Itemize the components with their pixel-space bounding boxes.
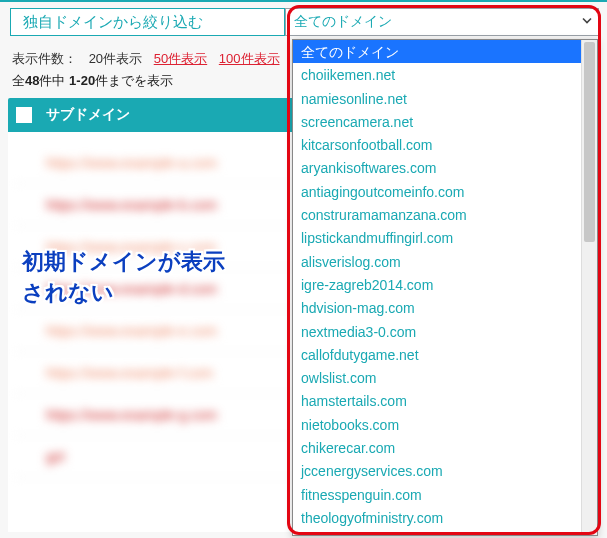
dropdown-option[interactable]: callofdutygame.net [293, 343, 597, 366]
dropdown-option[interactable]: namiesonline.net [293, 87, 597, 110]
dropdown-scrollbar[interactable] [581, 40, 597, 535]
display-count-50-link[interactable]: 50件表示 [154, 51, 207, 66]
dropdown-option[interactable]: screencamera.net [293, 110, 597, 133]
range-suffix: 件までを表示 [95, 73, 173, 88]
dropdown-option[interactable]: nietobooks.com [293, 413, 597, 436]
range-span: 1-20 [69, 73, 95, 88]
dropdown-option[interactable]: fitnesspenguin.com [293, 483, 597, 506]
display-count-20: 20件表示 [89, 51, 142, 66]
dropdown-option[interactable]: theologyofministry.com [293, 506, 597, 529]
select-all-checkbox[interactable] [16, 107, 32, 123]
filter-label: 独自ドメインから絞り込む [10, 8, 285, 36]
dropdown-option[interactable]: hamstertails.com [293, 389, 597, 412]
dropdown-option[interactable]: owlslist.com [293, 366, 597, 389]
dropdown-option[interactable]: lipstickandmuffingirl.com [293, 226, 597, 249]
display-count-100-link[interactable]: 100件表示 [219, 51, 280, 66]
column-subdomain: サブドメイン [46, 106, 130, 124]
range-prefix: 全 [12, 73, 25, 88]
dropdown-option[interactable]: jccenergyservices.com [293, 459, 597, 482]
dropdown-option[interactable]: aryankisoftwares.com [293, 156, 597, 179]
dropdown-option[interactable]: construramamanzana.com [293, 203, 597, 226]
dropdown-option[interactable]: chikerecar.com [293, 436, 597, 459]
dropdown-option[interactable]: kitcarsonfootball.com [293, 133, 597, 156]
dropdown-option[interactable]: igre-zagreb2014.com [293, 273, 597, 296]
dropdown-option[interactable]: nextmedia3-0.com [293, 320, 597, 343]
dropdown-option[interactable]: 全てのドメイン [293, 40, 597, 63]
dropdown-option[interactable]: hdvision-mag.com [293, 296, 597, 319]
display-count-label: 表示件数： [12, 51, 77, 66]
dropdown-option[interactable]: tkdive.com [293, 529, 597, 535]
dropdown-option[interactable]: choiikemen.net [293, 63, 597, 86]
range-total: 48 [25, 73, 39, 88]
domain-dropdown[interactable]: 全てのドメインchoiikemen.netnamiesonline.netscr… [292, 39, 598, 536]
dropdown-option[interactable]: alisverislog.com [293, 250, 597, 273]
domain-select-display[interactable]: 全てのドメイン [285, 8, 599, 36]
range-mid: 件中 [39, 73, 69, 88]
domain-select[interactable]: 全てのドメイン [285, 8, 599, 36]
dropdown-scroll-thumb[interactable] [584, 42, 595, 242]
dropdown-option[interactable]: antiagingoutcomeinfo.com [293, 180, 597, 203]
